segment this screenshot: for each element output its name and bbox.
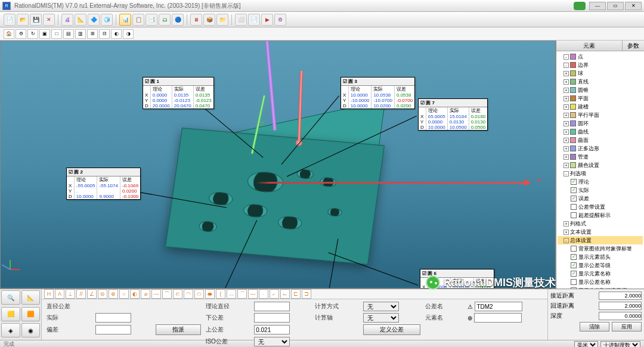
callout-c1[interactable]: ☑ 圆 1理论实际误差X0.00000.01350.0135Y0.0000-0.… (143, 77, 214, 109)
callout-c4[interactable]: ☑ 圆 7理论实际误差X65.000515.01840.0180Y0.00000… (418, 98, 488, 131)
toolbar-btn-6[interactable]: 🔷 (88, 14, 100, 26)
callout-c2[interactable]: ☑ 圆 2理论实际误差X-55.0005-55.1074-0.1069Y.0.0… (66, 168, 141, 200)
input-approach[interactable] (599, 292, 642, 300)
toolbar-btn-8[interactable]: 📊 (119, 14, 131, 26)
tree-item-6[interactable]: +建槽 (558, 103, 643, 111)
geom-symbol-7[interactable]: ○ (119, 289, 129, 299)
tool-cube[interactable]: 🟨 (1, 307, 20, 321)
minimize-button[interactable]: — (589, 2, 606, 10)
tree-g2-item-1[interactable]: ✓显示元素箭头 (558, 253, 643, 261)
geom-symbol-2[interactable]: ⊥ (66, 289, 75, 299)
toolbar-btn-17[interactable]: 📄 (248, 14, 260, 26)
toolbar-btn-5[interactable]: 📐 (75, 14, 86, 26)
tree-g2-item-2[interactable]: ✓显示公差等级 (558, 261, 643, 269)
tree-g1-item-4[interactable]: 超差提醒标示 (558, 211, 643, 219)
select-unit[interactable]: 毫米 (574, 341, 598, 348)
geom-symbol-18[interactable]: ⌒ (237, 289, 247, 299)
geom-symbol-8[interactable]: ◐ (130, 289, 140, 299)
toolbar-btn-13[interactable]: 🖥 (190, 14, 202, 26)
subtoolbar-btn-7[interactable]: ⊞ (87, 29, 98, 39)
tree-item-9[interactable]: +曲线 (558, 128, 643, 136)
viewport-3d[interactable]: x y "列选项" 和 "总体设置" 控制图形报告显示的格式，打勾为选择，不打勾… (0, 41, 556, 289)
toolbar-btn-0[interactable]: 📄 (4, 14, 16, 26)
subtoolbar-btn-9[interactable]: ◐ (111, 29, 122, 39)
tree-g2-item-3[interactable]: ✓显示元素名称 (558, 269, 643, 278)
toolbar-btn-10[interactable]: 📑 (145, 14, 157, 26)
geom-symbol-24[interactable]: ⊐ (302, 289, 311, 299)
toolbar-btn-16[interactable]: ⬜ (235, 14, 247, 26)
geom-symbol-14[interactable]: ⬭ (194, 289, 204, 299)
input-depth[interactable] (599, 312, 642, 320)
geom-symbol-16[interactable]: ( (216, 289, 225, 299)
tool-angle[interactable]: 📐 (21, 290, 41, 305)
toolbar-btn-9[interactable]: 📋 (132, 14, 144, 26)
select-angle-unit[interactable]: 十进制度数 (600, 341, 640, 348)
geom-symbol-23[interactable]: ⊏ (291, 289, 301, 299)
toolbar-btn-2[interactable]: 💾 (30, 14, 42, 26)
toolbar-btn-14[interactable]: 📦 (203, 14, 215, 26)
toolbar-btn-1[interactable]: 📂 (17, 14, 29, 26)
geom-symbol-19[interactable]: — (248, 289, 258, 299)
btn-guide[interactable]: 指派 (156, 324, 201, 335)
element-tree[interactable]: -点-边界+球+直线+圆锥+平面+建槽+平行平面+圆环+曲线+曲面+正多边形+管… (556, 51, 644, 289)
btn-define-tol[interactable]: 定义公差 (363, 324, 420, 335)
subtoolbar-btn-6[interactable]: ▥ (75, 29, 86, 39)
geom-symbol-17[interactable]: ⌓ (227, 289, 236, 299)
tree-item-4[interactable]: +圆锥 (558, 86, 643, 94)
subtoolbar-btn-10[interactable]: ◑ (123, 29, 134, 39)
subtoolbar-btn-8[interactable]: ⊟ (99, 29, 110, 39)
toolbar-btn-4[interactable]: 🖨 (61, 14, 73, 26)
subtoolbar-btn-3[interactable]: ▣ (39, 29, 50, 39)
geom-symbol-10[interactable]: — (151, 289, 161, 299)
input-actual[interactable] (95, 313, 131, 323)
geom-symbol-9[interactable]: ⌀ (141, 289, 150, 299)
select-iso-tol[interactable]: 无 (254, 337, 290, 346)
tree-g1-item-3[interactable]: 公差带设置 (558, 203, 643, 211)
input-retract[interactable] (599, 302, 642, 310)
toolbar-btn-12[interactable]: 🔵 (172, 14, 184, 26)
tree-mid-1[interactable]: +文本设置 (558, 228, 643, 236)
subtoolbar-btn-4[interactable]: □ (51, 29, 62, 39)
btn-clear[interactable]: 清除 (580, 322, 609, 331)
tree-item-2[interactable]: +球 (558, 69, 643, 78)
tool-probe[interactable]: 🔍 (1, 290, 20, 305)
tree-item-11[interactable]: +正多边形 (558, 144, 643, 153)
geom-symbol-20[interactable]: · (259, 289, 268, 299)
geom-symbol-13[interactable]: ◠ (184, 289, 193, 299)
toolbar-btn-19[interactable]: ⚙ (274, 14, 286, 26)
maximize-button[interactable]: ▭ (607, 2, 624, 10)
geom-symbol-22[interactable]: ⌙ (280, 289, 290, 299)
tree-item-3[interactable]: +直线 (558, 78, 643, 86)
close-button[interactable]: ✕ (625, 2, 642, 10)
subtoolbar-btn-5[interactable]: ▤ (63, 29, 74, 39)
select-calc-method[interactable]: 无 (363, 302, 399, 311)
tree-g2-item-5[interactable]: ✓显示公差数据提示框 (558, 286, 643, 289)
toolbar-btn-11[interactable]: 🗂 (159, 14, 171, 26)
tool-wire1[interactable]: ◈ (1, 323, 20, 337)
input-deviation[interactable] (95, 325, 131, 334)
tree-item-8[interactable]: +圆环 (558, 119, 643, 128)
geom-symbol-0[interactable]: H (44, 289, 54, 299)
geom-symbol-21[interactable]: ⌐ (270, 289, 279, 299)
tree-g2-item-0[interactable]: 背景图依跨对象弹标签 (558, 244, 643, 253)
geom-symbol-4[interactable]: ∠ (87, 289, 97, 299)
tree-g1-item-2[interactable]: ✓误差 (558, 194, 643, 203)
input-theo-diam[interactable] (254, 302, 290, 311)
input-lower-tol[interactable] (254, 313, 290, 323)
tree-item-5[interactable]: +平面 (558, 94, 643, 103)
tree-g1-item-0[interactable]: ✓理论 (558, 178, 643, 186)
geom-symbol-11[interactable]: ⏜ (162, 289, 172, 299)
tree-mid-0[interactable]: +列格式 (558, 219, 643, 228)
toolbar-btn-15[interactable]: 📁 (216, 14, 228, 26)
tree-item-1[interactable]: -边界 (558, 61, 643, 69)
geom-symbol-3[interactable]: // (76, 289, 86, 299)
tree-group-overall[interactable]: -总体设置 (558, 236, 643, 244)
subtoolbar-btn-0[interactable]: 🏠 (4, 29, 14, 39)
tree-g2-item-4[interactable]: 显示公差名称 (558, 278, 643, 286)
input-upper-tol[interactable] (254, 325, 290, 334)
tree-item-10[interactable]: +曲面 (558, 136, 643, 144)
select-calc-axis[interactable]: 无 (363, 313, 399, 323)
input-tol-name[interactable] (475, 302, 522, 311)
tree-item-12[interactable]: +管道 (558, 153, 643, 161)
geom-symbol-6[interactable]: ⊕ (109, 289, 118, 299)
